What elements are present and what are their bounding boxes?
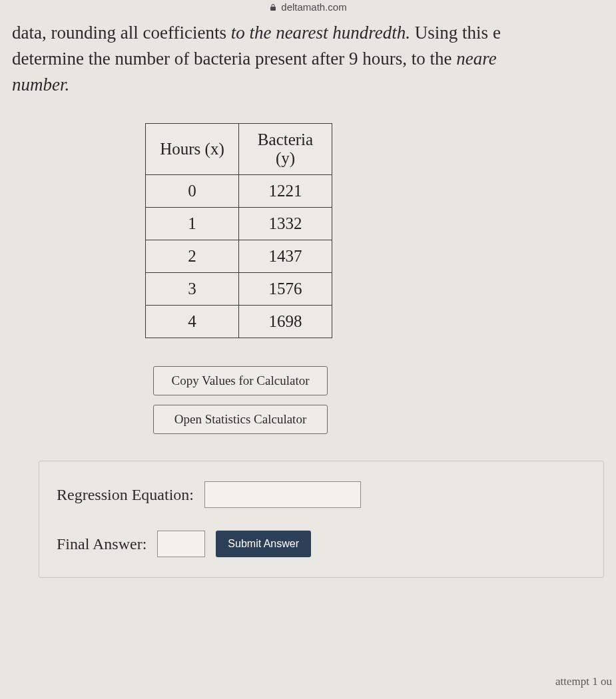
url-bar: deltamath.com	[0, 1, 616, 13]
submit-answer-button[interactable]: Submit Answer	[216, 531, 311, 557]
page-content: data, rounding all coefficients to the n…	[0, 0, 616, 578]
final-answer-label: Final Answer:	[57, 535, 147, 553]
col-header-bacteria: Bacteria (y)	[239, 124, 332, 175]
cell-y: 1576	[239, 273, 332, 306]
cell-y: 1437	[239, 240, 332, 273]
lock-icon	[269, 3, 277, 11]
final-answer-input[interactable]	[157, 531, 205, 557]
table-row: 2 1437	[146, 240, 332, 273]
table-header-row: Hours (x) Bacteria (y)	[146, 124, 332, 175]
data-table: Hours (x) Bacteria (y) 0 1221 1 1332 2 1…	[145, 123, 332, 338]
table-row: 1 1332	[146, 208, 332, 240]
cell-x: 0	[146, 175, 239, 208]
regression-label: Regression Equation:	[57, 486, 194, 504]
answer-panel: Regression Equation: Final Answer: Submi…	[39, 461, 604, 578]
cell-x: 2	[146, 240, 239, 273]
cell-x: 1	[146, 208, 239, 240]
cell-x: 4	[146, 306, 239, 338]
cell-x: 3	[146, 273, 239, 306]
url-text: deltamath.com	[281, 1, 346, 13]
question-text: data, rounding all coefficients to the n…	[12, 20, 604, 98]
attempt-counter: attempt 1 ou	[555, 675, 612, 688]
col-header-hours: Hours (x)	[146, 124, 239, 175]
cell-y: 1221	[239, 175, 332, 208]
copy-values-button[interactable]: Copy Values for Calculator	[153, 366, 328, 395]
cell-y: 1332	[239, 208, 332, 240]
table-row: 0 1221	[146, 175, 332, 208]
regression-input[interactable]	[204, 481, 361, 508]
table-row: 3 1576	[146, 273, 332, 306]
cell-y: 1698	[239, 306, 332, 338]
table-row: 4 1698	[146, 306, 332, 338]
open-statistics-button[interactable]: Open Statistics Calculator	[153, 405, 328, 434]
